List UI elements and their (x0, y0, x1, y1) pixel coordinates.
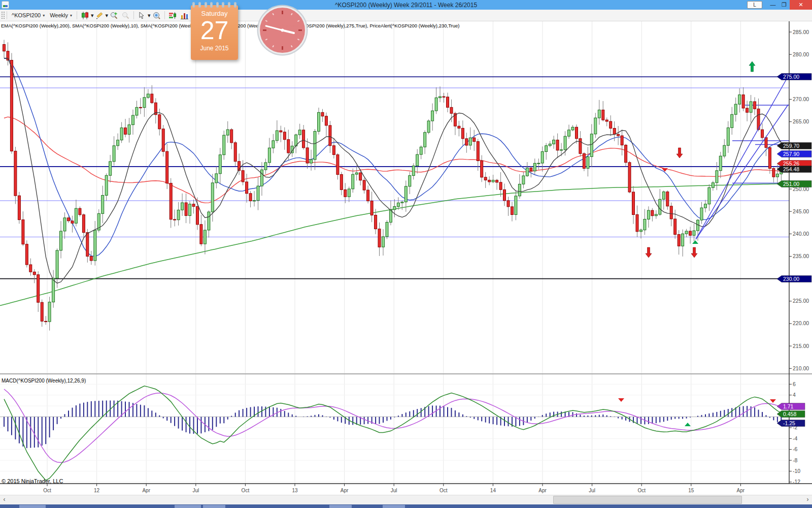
svg-text:257.90: 257.90 (783, 151, 799, 157)
taskbar-button[interactable] (383, 505, 405, 508)
draw-tools-icon[interactable] (95, 11, 104, 20)
chart-style-icon[interactable] (81, 11, 89, 20)
price-badge: 251.00 (777, 181, 811, 187)
svg-text:254.48: 254.48 (783, 166, 799, 172)
down-triangle-icon (618, 398, 624, 402)
svg-text:-6: -6 (793, 446, 797, 452)
sell-arrow-icon (646, 247, 652, 258)
horizontal-scrollbar[interactable]: ‹ › (0, 495, 812, 504)
svg-text:13: 13 (292, 488, 298, 493)
svg-text:Jul: Jul (589, 488, 595, 493)
calendar-spiral-binding (191, 2, 238, 8)
sell-arrow-icon (691, 247, 697, 258)
svg-text:280.00: 280.00 (793, 51, 809, 57)
candlesticks[interactable] (3, 40, 783, 330)
macd-panel-label: MACD(^KOSPI200 (Weekly),12,26,9) (2, 378, 86, 384)
svg-text:210.00: 210.00 (793, 365, 809, 371)
svg-text:Oct: Oct (637, 488, 646, 493)
up-triangle-icon (692, 240, 698, 244)
window-title: ^KOSPI200 (Weekly) Week 29/2011 - Week 2… (0, 2, 812, 9)
scroll-right-arrow[interactable]: › (803, 495, 812, 504)
instrument-label: ^KOSPI200 (12, 12, 41, 18)
svg-text:12: 12 (94, 488, 100, 493)
title-bar: ^KOSPI200 (Weekly) Week 29/2011 - Week 2… (0, 0, 812, 10)
svg-text:Apr: Apr (538, 488, 547, 493)
svg-text:270.00: 270.00 (793, 96, 809, 102)
price-badge: -1.25 (777, 420, 805, 427)
copyright-text: © 2015 NinjaTrader, LLC (2, 478, 63, 484)
toolbar-grip[interactable] (1, 11, 5, 19)
svg-text:230.00: 230.00 (783, 276, 799, 282)
taskbar-edge (0, 504, 812, 508)
svg-text:Jul: Jul (391, 488, 397, 493)
chart-canvas[interactable]: Oct12AprJulOct13AprJulOct14AprJulOct15Ap… (0, 21, 812, 494)
svg-text:235.00: 235.00 (793, 253, 809, 259)
svg-text:259.70: 259.70 (783, 143, 799, 149)
price-badge: 275.00 (777, 74, 811, 80)
chevron-down-icon[interactable]: ▾ (91, 12, 94, 19)
svg-text:225.00: 225.00 (793, 298, 809, 304)
chart-area[interactable]: Oct12AprJulOct13AprJulOct14AprJulOct15Ap… (0, 21, 812, 494)
link-button[interactable]: L (747, 1, 762, 9)
interval-selector[interactable]: Weekly ▾ (47, 11, 75, 19)
zoom-in-icon[interactable] (110, 11, 118, 20)
sma20-line (4, 58, 781, 256)
svg-text:Jul: Jul (192, 488, 199, 493)
svg-text:245.00: 245.00 (793, 208, 809, 214)
svg-text:251.00: 251.00 (783, 181, 799, 187)
chevron-down-icon[interactable]: ▾ (148, 12, 151, 19)
taskbar-button[interactable] (203, 505, 225, 508)
buy-arrow-icon (749, 61, 755, 72)
chevron-down-icon: ▾ (43, 13, 45, 18)
price-badge: 254.48 (777, 166, 811, 173)
svg-text:-8: -8 (793, 457, 797, 463)
svg-text:Oct: Oct (242, 488, 250, 493)
svg-text:15: 15 (688, 488, 694, 493)
svg-text:-4: -4 (793, 435, 797, 441)
svg-text:4: 4 (793, 392, 796, 398)
scroll-left-arrow[interactable]: ‹ (0, 495, 9, 504)
svg-text:0.458: 0.458 (783, 411, 796, 417)
toolbar: ^KOSPI200 ▾ Weekly ▾ ▾ ▾ ▾ (0, 10, 812, 21)
svg-text:14: 14 (490, 488, 496, 493)
up-triangle-icon (685, 423, 691, 426)
market-analyzer-icon[interactable] (180, 11, 189, 20)
taskbar-button[interactable] (329, 505, 352, 508)
svg-text:-1.25: -1.25 (783, 420, 795, 426)
restore-button[interactable]: ❐ (779, 0, 790, 10)
chevron-down-icon[interactable]: ▾ (106, 12, 109, 19)
clock-gadget[interactable] (256, 4, 309, 56)
data-box-icon[interactable] (152, 11, 161, 20)
taskbar-button[interactable] (19, 505, 46, 508)
svg-text:1.71: 1.71 (783, 403, 794, 409)
down-triangle-icon (770, 399, 776, 403)
calendar-gadget[interactable]: Saturday 27 June 2015 (191, 5, 238, 60)
macd-line (4, 386, 781, 481)
cursor-icon[interactable] (138, 11, 146, 20)
svg-text:6: 6 (793, 381, 796, 387)
zoom-out-icon[interactable] (121, 11, 130, 20)
scrollbar-thumb[interactable] (553, 496, 742, 504)
minimize-button[interactable]: — (767, 0, 779, 10)
taskbar-button[interactable] (175, 505, 201, 508)
chart-trader-icon[interactable] (168, 11, 177, 20)
calendar-day-number: 27 (191, 17, 238, 44)
svg-text:265.00: 265.00 (793, 118, 809, 124)
price-badge: 257.90 (777, 151, 811, 157)
svg-text:275.00: 275.00 (783, 74, 799, 80)
instrument-selector[interactable]: ^KOSPI200 ▾ (9, 11, 47, 19)
price-badge: 1.71 (777, 403, 805, 410)
svg-text:Apr: Apr (142, 488, 150, 493)
svg-text:-12: -12 (793, 479, 800, 485)
svg-text:285.00: 285.00 (793, 29, 809, 35)
chevron-down-icon: ▾ (70, 13, 72, 18)
svg-text:Oct: Oct (439, 488, 448, 493)
interval-label: Weekly (50, 12, 68, 18)
price-badge: 259.70 (777, 143, 811, 149)
svg-text:240.00: 240.00 (793, 231, 809, 237)
calendar-month-year: June 2015 (191, 45, 238, 52)
sell-arrow-icon (676, 148, 683, 158)
svg-text:Oct: Oct (43, 488, 51, 493)
close-button[interactable]: ✕ (790, 0, 812, 10)
macd-histogram (4, 400, 781, 448)
